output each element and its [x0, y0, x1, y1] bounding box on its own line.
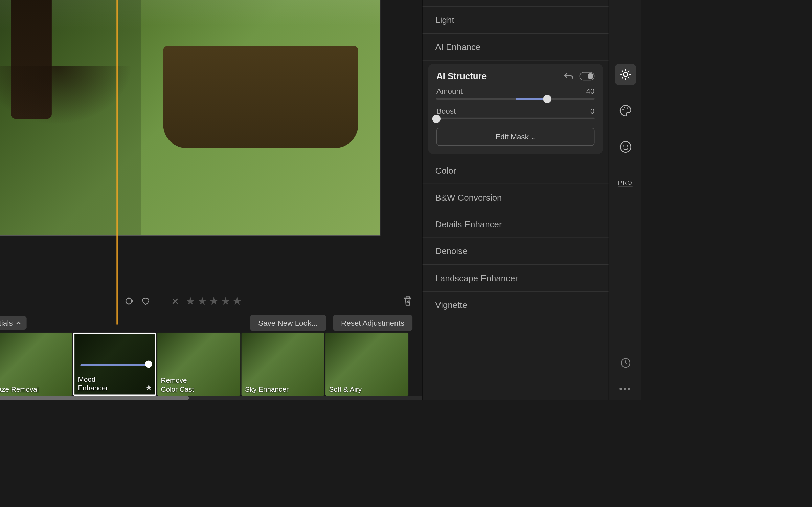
panel-light[interactable]: Light: [422, 7, 608, 34]
undo-button[interactable]: [564, 72, 574, 80]
star-icon[interactable]: ★: [145, 383, 153, 392]
look-remove-color-cast[interactable]: Remove Color Cast: [157, 333, 240, 396]
favorite-button[interactable]: [141, 296, 150, 306]
svg-line-29: [622, 77, 623, 78]
ai-structure-toggle[interactable]: [580, 72, 595, 80]
category-rail: PRO •••: [609, 0, 641, 400]
panel-bw[interactable]: B&W Conversion: [422, 184, 608, 211]
svg-point-35: [623, 145, 624, 147]
svg-point-32: [624, 107, 625, 108]
edit-mask-button[interactable]: Edit Mask ⌄: [436, 128, 595, 146]
looks-category-dropdown[interactable]: Essentials: [0, 316, 27, 330]
panel-vignette[interactable]: Vignette: [422, 292, 608, 318]
svg-line-27: [622, 71, 623, 72]
boost-value: 0: [590, 107, 594, 115]
compare-divider[interactable]: [117, 0, 118, 325]
undo-icon: [564, 72, 574, 80]
look-amount-handle[interactable]: [145, 360, 152, 368]
looks-category-label: Essentials: [0, 318, 13, 327]
svg-point-36: [627, 145, 628, 147]
look-label: Sky Enhancer: [245, 385, 289, 393]
panel-color[interactable]: Color: [422, 157, 608, 184]
panel-denoise[interactable]: Denoise: [422, 238, 608, 265]
panel-details[interactable]: Details Enhancer: [422, 211, 608, 238]
delete-button[interactable]: [403, 296, 413, 306]
sun-icon: [619, 68, 632, 81]
looks-strip[interactable]: Contrast Enhancer Haze Removal Mood Enha…: [0, 333, 422, 400]
chevron-up-icon: [16, 320, 21, 325]
star-4[interactable]: ★: [221, 295, 230, 308]
face-icon: [619, 140, 632, 153]
pro-label: PRO: [618, 180, 633, 187]
look-amount-slider[interactable]: [80, 364, 149, 366]
svg-point-34: [620, 141, 631, 152]
star-5[interactable]: ★: [232, 295, 242, 308]
color-tag-button[interactable]: [125, 296, 134, 306]
look-label: Remove Color Cast: [161, 376, 194, 393]
rating-stars: ★ ★ ★ ★ ★: [186, 295, 242, 308]
look-label: Soft & Airy: [329, 385, 362, 393]
edit-panel: Essentials japan20.jpg Light AI Enhance …: [422, 0, 609, 400]
image-canvas[interactable]: [0, 0, 380, 236]
amount-slider[interactable]: [436, 98, 595, 100]
heart-icon: [141, 296, 150, 306]
boost-handle[interactable]: [432, 114, 441, 123]
svg-line-28: [628, 77, 629, 78]
star-1[interactable]: ★: [186, 295, 195, 308]
star-3[interactable]: ★: [209, 295, 219, 308]
palette-icon: [619, 104, 632, 117]
rail-more[interactable]: •••: [619, 384, 631, 394]
ai-structure-heading[interactable]: AI Structure: [436, 71, 487, 81]
rail-history[interactable]: [615, 352, 636, 373]
svg-point-33: [626, 107, 628, 109]
amount-value: 40: [586, 87, 595, 95]
rail-creative[interactable]: [615, 100, 636, 121]
svg-point-19: [126, 298, 132, 304]
reject-button[interactable]: ✕: [171, 295, 179, 307]
panel-filename: japan20.jpg: [422, 0, 608, 7]
svg-line-30: [628, 71, 629, 72]
look-soft-airy[interactable]: Soft & Airy: [325, 333, 408, 396]
canvas-wrap: [0, 0, 422, 289]
looks-scrollbar[interactable]: [0, 396, 422, 400]
look-haze-removal[interactable]: Haze Removal: [0, 333, 72, 396]
boost-label: Boost: [436, 107, 456, 115]
amount-label: Amount: [436, 87, 463, 95]
look-label: Mood Enhancer: [78, 375, 108, 392]
reset-adjustments-button[interactable]: Reset Adjustments: [333, 315, 412, 331]
svg-point-31: [622, 109, 623, 110]
look-mood-enhancer[interactable]: Mood Enhancer ★: [73, 333, 156, 396]
panel-landscape[interactable]: Landscape Enhancer: [422, 265, 608, 292]
rail-pro[interactable]: PRO: [615, 173, 636, 194]
trash-icon: [403, 296, 413, 306]
meta-row: japan20.jpg ✕ ★ ★ ★ ★ ★: [0, 289, 422, 313]
rail-essentials[interactable]: [615, 64, 636, 85]
edit-mask-label: Edit Mask: [495, 132, 528, 141]
rail-portrait[interactable]: [615, 136, 636, 157]
look-label: Haze Removal: [0, 385, 39, 393]
clock-icon: [619, 357, 631, 369]
amount-handle[interactable]: [543, 95, 551, 103]
boost-slider[interactable]: [436, 118, 595, 119]
star-2[interactable]: ★: [198, 295, 207, 308]
panel-ai-structure: AI Structure Amount 40: [428, 64, 603, 154]
looks-bar: Luminar Looks: Essentials Save New Look.…: [0, 313, 422, 333]
looks-scrollbar-thumb[interactable]: [0, 396, 189, 400]
panel-ai-enhance[interactable]: AI Enhance: [422, 34, 608, 60]
save-look-button[interactable]: Save New Look...: [250, 315, 326, 331]
editor-center: Before After japan20.jpg: [0, 0, 422, 400]
look-sky-enhancer[interactable]: Sky Enhancer: [242, 333, 324, 396]
svg-point-22: [623, 72, 628, 77]
